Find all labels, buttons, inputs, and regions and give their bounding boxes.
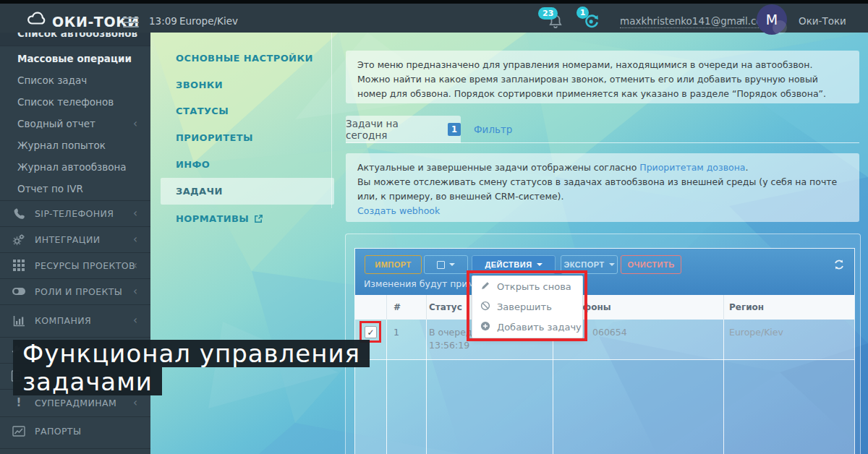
toggle-icon xyxy=(12,287,26,296)
submenu-item-statuses[interactable]: СТАТУСЫ xyxy=(150,100,331,121)
submenu-item-info[interactable]: ИНФО xyxy=(150,153,331,175)
cell-num: 1 xyxy=(393,327,399,338)
callbacks-badge: 1 xyxy=(576,7,589,19)
note-text: Актуальные и завершенные задачи отображе… xyxy=(357,162,639,173)
column-separator xyxy=(723,295,724,454)
account-name: Оки-Токи xyxy=(799,15,846,27)
user-email[interactable]: maxkhristenko141@gmail.com xyxy=(620,15,772,28)
create-webhook-link[interactable]: Создать webhook xyxy=(357,205,440,216)
checkbox-icon xyxy=(437,261,445,269)
intro-info-box: Это меню предназначено для управления но… xyxy=(346,51,859,103)
sidebar-item-attempts-log[interactable]: Журнал попыток xyxy=(0,134,150,156)
column-separator xyxy=(426,295,427,454)
divider xyxy=(0,448,150,449)
priorities-link[interactable]: Приоритетам дозвона xyxy=(639,162,745,173)
grid-icon xyxy=(12,260,26,271)
chevron-left-icon: ‹ xyxy=(133,208,137,219)
sidebar-section-sip-telephony[interactable]: SIP-ТЕЛЕФОНИЯ ‹ xyxy=(0,200,150,226)
intro-text: Это меню предназначено для управления но… xyxy=(357,59,826,99)
refresh-icon[interactable] xyxy=(833,258,846,274)
sidebar-section-reports[interactable]: РАПОРТЫ xyxy=(0,416,150,445)
phone-icon xyxy=(12,207,26,220)
line-chart-icon xyxy=(12,426,26,437)
tasks-table: ИМПОРТ ДЕЙСТВИЯ ЭКСПОРТ ОЧИСТИТЬ xyxy=(354,248,855,454)
sidebar-item-ivr-report[interactable]: Отчет по IVR xyxy=(0,178,150,200)
tabs-underline xyxy=(346,142,859,143)
external-link-icon xyxy=(254,214,263,223)
submenu-item-tasks-active[interactable]: ЗАДАЧИ xyxy=(161,178,334,205)
sidebar-item-summary-report[interactable]: Сводный отчет ‹ xyxy=(0,113,150,134)
avatar-sub-circle xyxy=(773,20,787,35)
app-screen: Список автообзвонов Массовые операции Сп… xyxy=(0,0,868,454)
chevron-left-icon: ‹ xyxy=(133,398,137,408)
submenu-item-main-settings[interactable]: ОСНОВНЫЕ НАСТРОЙКИ xyxy=(150,47,331,69)
sidebar-section-project-resources[interactable]: РЕСУРСЫ ПРОЕКТОВ ‹ xyxy=(0,252,150,278)
sidebar-item-mass-operations[interactable]: Массовые операции xyxy=(0,48,150,69)
submenu-item-priorities[interactable]: ПРИОРИТЕТЫ xyxy=(150,127,331,148)
toolbar-note: Изменения будут прим xyxy=(364,278,475,289)
note-line2: Вы можете отслеживать смену статусов в з… xyxy=(357,175,848,204)
sidebar-section-company[interactable]: КОМПАНИЯ ‹ xyxy=(0,304,150,337)
table-empty-area xyxy=(355,360,854,454)
gears-icon xyxy=(12,233,26,246)
submenu-item-standards[interactable]: НОРМАТИВЫ xyxy=(150,207,331,229)
sidebar-item-phone-list[interactable]: Список телефонов xyxy=(0,91,150,113)
annotation-dropdown-highlight xyxy=(467,270,587,341)
column-header-region[interactable]: Регион xyxy=(729,302,764,312)
cloud-logo-icon[interactable] xyxy=(26,9,48,30)
chevron-down-icon[interactable] xyxy=(739,19,745,22)
timezone-label: Europe/Kiev xyxy=(179,15,238,27)
chevron-left-icon: ‹ xyxy=(133,315,137,326)
import-button[interactable]: ИМПОРТ xyxy=(365,255,422,274)
clock-time: 13:09 xyxy=(149,15,177,27)
sidebar-section-integrations[interactable]: ИНТЕГРАЦИИ ‹ xyxy=(0,226,150,252)
hamburger-icon[interactable] xyxy=(123,17,139,27)
cell-status-line2: 13:56:19 xyxy=(429,340,469,351)
caption-line1: Функционал управления xyxy=(13,340,370,367)
tab-count-badge: 1 xyxy=(448,123,461,136)
sidebar-item-autodial-log[interactable]: Журнал автообзвона xyxy=(0,156,150,178)
submenu-item-calls[interactable]: ЗВОНКИ xyxy=(150,74,331,95)
column-header-status[interactable]: Статус xyxy=(429,302,462,312)
cell-region: Europe/Kiev xyxy=(729,327,783,338)
clear-button[interactable]: ОЧИСТИТЬ xyxy=(621,255,681,274)
table-toolbar: ИМПОРТ ДЕЙСТВИЯ ЭКСПОРТ ОЧИСТИТЬ xyxy=(355,249,854,295)
tab-tasks-today[interactable]: Задачи на сегодня 1 xyxy=(346,116,461,143)
sidebar-section-roles-projects[interactable]: РОЛИ И ПРОЕКТЫ ‹ xyxy=(0,278,150,304)
column-separator xyxy=(386,295,387,454)
tab-filter[interactable]: Фильтр xyxy=(474,124,512,135)
caret-down-icon xyxy=(609,263,615,266)
caret-down-icon xyxy=(449,263,455,266)
sidebar-item-autodial-list[interactable]: Список автообзвонов xyxy=(0,33,150,46)
column-header-num[interactable]: # xyxy=(393,302,401,312)
caret-down-icon xyxy=(537,263,542,266)
exclamation-icon: ! xyxy=(12,396,26,409)
chevron-left-icon: ‹ xyxy=(133,260,137,271)
chevron-left-icon: ‹ xyxy=(133,234,137,245)
notifications-badge: 23 xyxy=(538,7,558,20)
topbar: ОКИ-ТОКИ 13:09 Europe/Kiev 23 1 maxkhris… xyxy=(0,0,868,33)
chevron-left-icon: ‹ xyxy=(133,286,137,297)
caption-line2: задачами xyxy=(13,367,162,395)
chevron-left-icon: ‹ xyxy=(133,119,137,129)
bar-chart-icon xyxy=(12,315,26,327)
tasks-info-box: Актуальные и завершенные задачи отображе… xyxy=(346,153,859,222)
cell-phone: 060654 xyxy=(592,327,627,338)
sidebar-item-task-list[interactable]: Список задач xyxy=(0,69,150,91)
selection-dropdown-button[interactable] xyxy=(424,255,468,274)
divider xyxy=(0,46,150,46)
